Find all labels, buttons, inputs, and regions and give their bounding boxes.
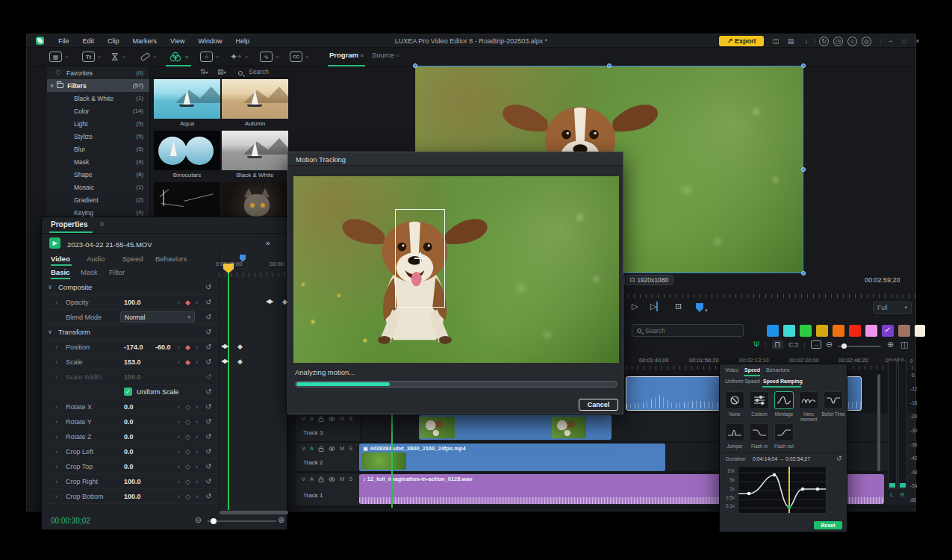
speed-curve-graph[interactable] <box>738 466 827 514</box>
browser-item-filters[interactable]: ∨Filters(57) <box>47 79 149 92</box>
stickers-icon[interactable]: ✧≡ <box>200 50 219 63</box>
reset-icon[interactable]: ↺ <box>205 402 211 411</box>
track3-video-clip[interactable] <box>419 415 612 440</box>
reset-icon[interactable]: ↺ <box>205 388 211 396</box>
collapse-icon[interactable]: » <box>266 239 270 247</box>
selection-handle[interactable] <box>801 271 806 276</box>
param-rotate-y[interactable]: ›Rotate Y0.0‹◇›↺ <box>42 414 219 429</box>
keyframe-pair[interactable]: ◀▶ <box>221 358 227 364</box>
horizontal-scrollbar[interactable] <box>220 511 288 514</box>
tab-program[interactable]: Program ≡ <box>329 51 364 59</box>
tab-behaviors[interactable]: Behaviors <box>766 367 789 373</box>
text-icon[interactable]: Tt≡ <box>82 50 101 63</box>
selection-handle[interactable] <box>801 63 806 68</box>
keyframe-icon[interactable]: ◇ <box>185 433 190 441</box>
zoom-in-icon[interactable]: ⊕ <box>887 340 894 349</box>
preset-jumper[interactable] <box>725 423 744 441</box>
search-icon[interactable] <box>238 69 243 77</box>
toggle-solo[interactable]: S <box>349 415 352 422</box>
reset-icon[interactable]: ↺ <box>205 447 211 455</box>
kf-zoom-knob[interactable] <box>211 518 217 524</box>
user-icon[interactable]: ☺ <box>847 36 857 46</box>
track2-toggles[interactable]: V A M S <box>302 445 352 452</box>
browser-item-gradient[interactable]: Gradient(2) <box>47 193 149 206</box>
prev-keyframe-icon[interactable]: ‹ <box>178 358 180 366</box>
blend-mode-select[interactable]: Normal▾ <box>120 311 195 323</box>
subtab-mask[interactable]: Mask <box>81 268 98 276</box>
reset-icon[interactable]: ↺ <box>205 492 211 500</box>
browser-item-blur[interactable]: Blur(5) <box>47 143 149 155</box>
tab-audio[interactable]: Audio <box>87 255 105 263</box>
voiceover-mic-icon[interactable]: Ψ <box>753 340 759 349</box>
browser-item-mask[interactable]: Mask(4) <box>47 155 149 168</box>
menu-edit[interactable]: Edit <box>76 37 102 45</box>
swatch-orange[interactable] <box>833 325 844 337</box>
subtab-uniform-speed[interactable]: Uniform Speed <box>725 379 760 384</box>
minimize-button[interactable]: − <box>886 36 896 46</box>
subtab-filter[interactable]: Filter <box>109 268 125 276</box>
duration-reset-icon[interactable]: ↺ <box>836 455 842 462</box>
browser-item-black-white[interactable]: Black & White(1) <box>47 92 149 105</box>
keyframe-icon[interactable]: ◆ <box>185 299 190 306</box>
panel-menu-icon[interactable]: ≡ <box>100 220 104 228</box>
audio-icon[interactable]: ≡ <box>140 50 156 63</box>
play-icon[interactable]: ▷ <box>632 302 638 311</box>
toggle-mute[interactable]: M <box>340 415 344 422</box>
keyframe-icon[interactable]: ◇ <box>185 478 190 485</box>
prev-keyframe-icon[interactable]: ‹ <box>178 343 180 351</box>
browser-item-stylize[interactable]: Stylize(5) <box>47 130 149 143</box>
timeline-search-box[interactable] <box>632 324 744 337</box>
track-height-icon[interactable]: ◫ <box>900 340 908 349</box>
menu-view[interactable]: View <box>164 37 191 45</box>
tab-video[interactable]: Video <box>725 367 738 373</box>
menu-file[interactable]: File <box>52 37 76 45</box>
view-mode-icon[interactable]: ▤▾ <box>217 68 226 75</box>
filter-thumb-black-white[interactable] <box>222 131 288 170</box>
zoom-out-icon[interactable]: ⊖ <box>826 340 833 349</box>
browser-search-label[interactable]: Search <box>249 68 269 75</box>
toggle-video[interactable]: V <box>302 445 305 452</box>
param-blend-mode[interactable]: Blend ModeNormal▾↺ <box>42 310 219 325</box>
keyframe-pair[interactable]: ◀▶ <box>266 298 272 305</box>
filter-thumb-aqua[interactable] <box>154 79 220 119</box>
eye-icon[interactable] <box>329 476 335 482</box>
cancel-button[interactable]: Cancel <box>579 399 618 411</box>
tab-source[interactable]: Source ≡ <box>372 51 399 59</box>
preset-montage[interactable] <box>774 391 794 409</box>
swatch-brown[interactable] <box>898 325 910 337</box>
checkbox-checked[interactable]: ✓ <box>124 388 132 396</box>
reset-icon[interactable]: ↺ <box>205 358 211 366</box>
export-button[interactable]: ↗Export <box>719 36 764 46</box>
tab-video[interactable]: Video <box>51 255 70 263</box>
fullscreen-icon[interactable]: ⊡ <box>675 302 682 311</box>
param-scale[interactable]: ›Scale153.0‹◆›↺ <box>42 355 219 370</box>
selection-handle[interactable] <box>801 167 806 172</box>
keyframe-icon[interactable]: ◇ <box>185 463 190 470</box>
param-crop-left[interactable]: ›Crop Left0.0‹◇›↺ <box>42 444 219 459</box>
reset-icon[interactable]: ↺ <box>205 328 211 336</box>
section-transform[interactable]: ∨Transform↺ <box>42 325 219 340</box>
reset-icon[interactable]: ↺ <box>205 462 211 470</box>
toggle-solo[interactable]: S <box>349 476 352 482</box>
preset-bullet-time[interactable] <box>824 391 843 409</box>
param-position[interactable]: ›Position-174.0-60.0‹◆›↺ <box>42 340 219 355</box>
ruler-range-icon[interactable]: ↔ <box>811 340 821 349</box>
reset-icon[interactable]: ↺ <box>205 343 211 351</box>
keyframe-icon[interactable]: ◆ <box>185 358 190 366</box>
save-icon[interactable]: ▤ <box>785 36 797 46</box>
download-icon[interactable]: ↓ <box>800 36 812 46</box>
keyframe-pair[interactable]: ◀▶ <box>221 343 227 349</box>
zoom-in-icon[interactable]: ⊕ <box>278 515 284 525</box>
workspace-icon[interactable]: ◫ <box>770 36 782 46</box>
keyframe[interactable]: ◆ <box>237 358 243 365</box>
browser-item-favorites[interactable]: ♡Favorites(0) <box>47 66 149 79</box>
toggle-audio[interactable]: A <box>310 415 314 422</box>
swatch-red[interactable] <box>849 325 861 337</box>
param-crop-right[interactable]: ›Crop Right100.0‹◇›↺ <box>42 474 219 489</box>
swatch-pink[interactable] <box>865 325 877 337</box>
zoom-slider-knob[interactable] <box>841 343 847 349</box>
close-button[interactable]: × <box>912 36 923 46</box>
keyframe-icon[interactable]: ◇ <box>185 418 190 426</box>
kf-zoom-slider[interactable] <box>208 520 276 522</box>
reset-icon[interactable]: ↺ <box>205 477 211 485</box>
